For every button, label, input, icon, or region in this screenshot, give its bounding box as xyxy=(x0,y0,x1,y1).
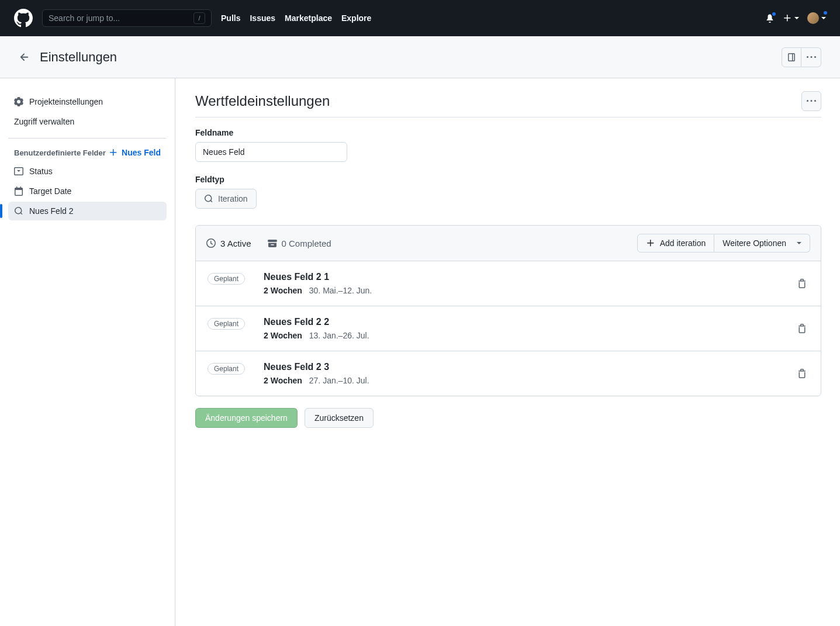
more-menu-button[interactable] xyxy=(801,47,821,67)
tab-active[interactable]: 3 Active xyxy=(206,238,251,248)
page-layout: Projekteinstellungen Zugriff verwalten B… xyxy=(0,78,840,626)
iteration-info: Neues Feld 2 1 2 Wochen 30. Mai.–12. Jun… xyxy=(264,272,776,295)
iteration-info: Neues Feld 2 2 2 Wochen 13. Jan.–26. Jul… xyxy=(264,317,776,340)
search-input[interactable]: Search or jump to... / xyxy=(42,9,212,27)
iteration-name: Neues Feld 2 1 xyxy=(264,272,776,282)
reset-button[interactable]: Zurücksetzen xyxy=(305,408,374,428)
sidebar-project-settings[interactable]: Projekteinstellungen xyxy=(8,92,167,111)
sidebar-field-nues-feld-2[interactable]: Nues Feld 2 xyxy=(8,202,167,220)
sidebar-field-target-date[interactable]: Target Date xyxy=(8,182,167,200)
panel-toggle-button[interactable] xyxy=(782,47,801,67)
new-field-label: Nues Feld xyxy=(122,148,161,157)
top-nav: Search or jump to... / Pulls Issues Mark… xyxy=(0,0,840,36)
iteration-icon xyxy=(204,194,213,203)
iteration-row: Geplant Neues Feld 2 3 2 Wochen 27. Jan.… xyxy=(196,351,821,396)
avatar-icon xyxy=(807,12,819,24)
iteration-duration: 2 Wochen xyxy=(264,331,302,340)
planned-badge: Geplant xyxy=(208,318,245,330)
field-menu-button[interactable] xyxy=(801,91,821,111)
iteration-meta: 2 Wochen 27. Jan.–10. Jul. xyxy=(264,376,776,385)
sidebar-divider xyxy=(8,138,167,139)
sidebar-item-label: Projekteinstellungen xyxy=(29,97,103,106)
delete-iteration-button[interactable] xyxy=(795,276,809,290)
action-row: Änderungen speichern Zurücksetzen xyxy=(195,408,821,428)
tab-completed[interactable]: 0 Completed xyxy=(268,238,331,248)
iteration-meta: 2 Wochen 13. Jan.–26. Jul. xyxy=(264,331,776,340)
iteration-name: Neues Feld 2 2 xyxy=(264,317,776,327)
kebab-icon xyxy=(807,53,816,62)
sidebar-manage-access[interactable]: Zugriff verwalten xyxy=(8,112,167,131)
nav-pulls[interactable]: Pulls xyxy=(221,13,240,23)
iteration-range: 27. Jan.–10. Jul. xyxy=(309,376,369,385)
trash-icon xyxy=(797,324,807,333)
fieldtype-label: Feldtyp xyxy=(195,175,821,184)
nav-marketplace[interactable]: Marketplace xyxy=(285,13,332,23)
iteration-range: 30. Mai.–12. Jun. xyxy=(309,286,372,295)
iteration-range: 13. Jan.–26. Jul. xyxy=(309,331,369,340)
plus-icon xyxy=(646,238,655,248)
more-options-label: Weitere Optionen xyxy=(723,238,786,248)
active-count: 3 Active xyxy=(220,238,251,248)
sidebar-item-label: Target Date xyxy=(29,186,71,196)
page-title: Einstellungen xyxy=(40,50,117,65)
fieldname-label: Feldname xyxy=(195,128,821,137)
new-field-button[interactable]: Nues Feld xyxy=(109,148,161,157)
fieldname-input[interactable] xyxy=(195,142,347,162)
add-iteration-button[interactable]: Add iteration xyxy=(637,234,715,253)
planned-badge: Geplant xyxy=(208,363,245,375)
sidebar: Projekteinstellungen Zugriff verwalten B… xyxy=(0,78,175,626)
iteration-icon xyxy=(14,206,23,216)
sidebar-item-label: Nues Feld 2 xyxy=(29,206,73,216)
subheader-actions xyxy=(782,47,821,67)
back-button[interactable] xyxy=(19,51,30,63)
iteration-duration: 2 Wochen xyxy=(264,376,302,385)
delete-iteration-button[interactable] xyxy=(795,366,809,381)
fieldtype-display: Iteration xyxy=(195,189,257,209)
main-title: Wertfeldeinstellungen xyxy=(195,93,330,109)
iteration-name: Neues Feld 2 3 xyxy=(264,362,776,372)
add-iteration-label: Add iteration xyxy=(660,238,706,248)
notifications-button[interactable] xyxy=(765,13,775,23)
caret-down-icon xyxy=(797,242,801,244)
create-menu-button[interactable] xyxy=(783,13,799,23)
archive-icon xyxy=(268,238,277,248)
iterations-box: 3 Active 0 Completed Add iteration Weite… xyxy=(195,225,821,396)
nav-issues[interactable]: Issues xyxy=(250,13,275,23)
fieldtype-value: Iteration xyxy=(218,194,248,203)
iteration-meta: 2 Wochen 30. Mai.–12. Jun. xyxy=(264,286,776,295)
sidebar-collapse-icon xyxy=(787,53,796,62)
trash-icon xyxy=(797,369,807,378)
main-content: Wertfeldeinstellungen Feldname Feldtyp I… xyxy=(175,78,840,626)
single-select-icon xyxy=(14,167,23,176)
save-button[interactable]: Änderungen speichern xyxy=(195,408,298,428)
sidebar-item-label: Status xyxy=(29,167,53,176)
plus-icon xyxy=(109,148,118,157)
calendar-icon xyxy=(14,186,23,196)
custom-fields-label: Benutzerdefinierte Felder xyxy=(14,148,106,157)
page-subheader: Einstellungen xyxy=(0,36,840,78)
trash-icon xyxy=(797,279,807,288)
more-options-button[interactable]: Weitere Optionen xyxy=(714,234,810,253)
clock-icon xyxy=(206,238,216,248)
notification-dot-icon xyxy=(771,11,777,17)
nav-explore[interactable]: Explore xyxy=(341,13,371,23)
nav-links: Pulls Issues Marketplace Explore xyxy=(221,13,371,23)
caret-down-icon xyxy=(821,17,826,19)
iterations-header: 3 Active 0 Completed Add iteration Weite… xyxy=(196,226,821,261)
slash-key-icon: / xyxy=(193,12,205,24)
user-menu-button[interactable] xyxy=(807,12,826,24)
gear-icon xyxy=(14,97,23,106)
main-header: Wertfeldeinstellungen xyxy=(195,91,821,117)
iteration-row: Geplant Neues Feld 2 2 2 Wochen 13. Jan.… xyxy=(196,306,821,351)
sidebar-fields-header: Benutzerdefinierte Felder Nues Feld xyxy=(8,148,167,162)
kebab-icon xyxy=(807,96,816,106)
arrow-left-icon xyxy=(19,51,30,63)
delete-iteration-button[interactable] xyxy=(795,321,809,336)
sidebar-field-status[interactable]: Status xyxy=(8,162,167,181)
iteration-duration: 2 Wochen xyxy=(264,286,302,295)
search-placeholder: Search or jump to... xyxy=(49,13,120,23)
plus-icon xyxy=(783,13,792,23)
caret-down-icon xyxy=(794,17,799,19)
github-logo-icon[interactable] xyxy=(14,9,33,27)
sidebar-item-label: Zugriff verwalten xyxy=(14,117,74,126)
